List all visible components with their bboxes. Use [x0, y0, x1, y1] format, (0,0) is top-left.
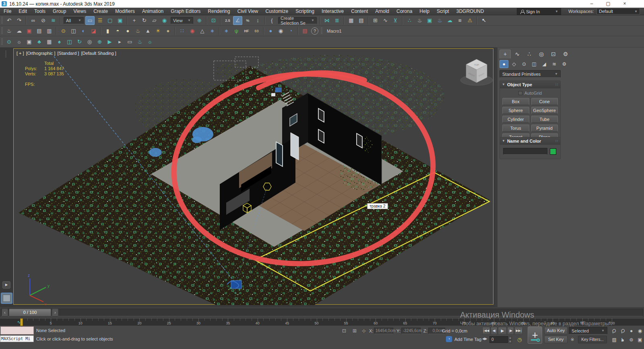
menu-animation[interactable]: Animation [138, 8, 167, 15]
reference-coordinate-system-dropdown[interactable]: View▼ [171, 17, 193, 24]
corona-teapot-light-icon[interactable]: ♨ [133, 27, 142, 35]
tab-display-icon[interactable]: ⊡ [548, 50, 559, 58]
viewport-canvas[interactable]: TOP FRONT RIGHT z y x [14, 49, 494, 305]
render-production-icon[interactable]: ♨ [435, 16, 444, 25]
corona-light-lister-icon[interactable]: ⊙ [59, 27, 68, 35]
ozone-icon[interactable]: 03 [252, 27, 261, 35]
toolbar-drag-handle[interactable] [1, 27, 3, 35]
help-icon[interactable]: ? [311, 27, 318, 35]
render-region-icon[interactable]: ◔ [286, 27, 295, 35]
object-type-cone-button[interactable]: Cone [531, 98, 558, 105]
warning-icon[interactable]: ⚠ [465, 16, 475, 25]
current-frame-field[interactable]: 0 [489, 336, 508, 343]
bind-to-space-warp-icon[interactable]: ≋ [49, 16, 58, 25]
viewport-pov-menu[interactable]: [Orthographic ] [26, 51, 56, 56]
teapot-tool-icon[interactable]: ♨ [135, 37, 144, 46]
track-bar[interactable]: ∿ 05101520253035404550556065707580859095… [0, 318, 644, 326]
forest-pack-icon[interactable]: ♣ [35, 37, 44, 46]
playblast-icon[interactable]: ▶ [105, 37, 114, 46]
go-to-start-button[interactable]: |◀◀ [482, 327, 490, 335]
select-and-rotate-icon[interactable]: ↻ [140, 16, 149, 25]
rendered-frame-window-icon[interactable]: ▣ [425, 16, 434, 25]
corona-vfb-icon[interactable]: ◪ [89, 27, 98, 35]
menu-create[interactable]: Create [90, 8, 111, 15]
key-mode-dropdown[interactable]: Selected ▼ [569, 327, 607, 334]
category-cameras-icon[interactable]: ◫ [530, 60, 539, 68]
toggle-scene-explorer-icon[interactable]: ▦ [347, 16, 356, 25]
corona-lightmix-icon[interactable]: ▤ [35, 27, 44, 35]
render-presets-icon[interactable]: ⊞ [455, 16, 464, 25]
unlink-selection-icon[interactable]: ⊘ [39, 16, 48, 25]
tab-create-icon[interactable]: + [500, 50, 511, 58]
viewport-standard-menu[interactable]: [Standard ] [58, 51, 79, 56]
category-systems-icon[interactable]: ⚙ [560, 60, 569, 68]
category-shapes-icon[interactable]: ◇ [510, 60, 518, 68]
create-light-icon[interactable]: ⊙ [4, 37, 14, 46]
toggle-ribbon-icon[interactable]: ⊞ [371, 16, 380, 25]
category-lights-icon[interactable]: ⊙ [520, 60, 528, 68]
material-ball-icon[interactable]: ● [266, 27, 275, 35]
material-picker-icon[interactable]: ◉ [276, 27, 285, 35]
object-type-rollout-header[interactable]: ▼ Object Type ∷ [500, 81, 560, 88]
ambient-light-icon[interactable]: ☼ [14, 37, 24, 46]
corona-sphere-light-icon[interactable]: ● [123, 27, 132, 35]
menu-content[interactable]: Content [347, 8, 372, 15]
corona-dome-light-icon[interactable]: ◓ [113, 27, 122, 35]
menu-interactive[interactable]: Interactive [318, 8, 347, 15]
set-keys-button[interactable]: + [528, 326, 542, 344]
time-slider-handle[interactable]: 0 / 100 [9, 309, 51, 316]
menu-help[interactable]: Help [416, 8, 433, 15]
zoom-region-icon[interactable]: ▧ [610, 336, 618, 344]
align-icon[interactable]: ≣ [332, 16, 342, 25]
target-helper-icon[interactable]: ⊕ [95, 37, 104, 46]
object-type-tube-button[interactable]: Tube [531, 116, 558, 123]
previous-frame-arrow[interactable]: ‹ [2, 309, 8, 316]
maxscript-listener-label[interactable]: MAXScript Mi [0, 335, 34, 342]
menu-scripting[interactable]: Scripting [292, 8, 318, 15]
zoom-icon[interactable]: Q [610, 327, 618, 335]
tab-modify-icon[interactable]: ∿ [512, 50, 523, 58]
pan-icon[interactable]: ☛ [619, 336, 627, 344]
y-coordinate-field[interactable]: -3245,6cm [401, 328, 421, 334]
viewport-layout-button[interactable] [1, 293, 12, 304]
menu-arnold[interactable]: Arnold [372, 8, 393, 15]
object-color-swatch[interactable] [550, 148, 556, 155]
camera-add-icon[interactable]: ▸ [115, 37, 124, 46]
set-key-filters-icon[interactable]: ※ [569, 336, 576, 343]
close-button[interactable]: × [619, 0, 631, 7]
angle-snap-toggle-icon[interactable]: ∠ [233, 16, 242, 25]
select-by-name-icon[interactable]: ☰ [95, 16, 105, 25]
hair-farm-icon[interactable]: HF [242, 27, 251, 35]
corona-proxy-icon[interactable]: ◉ [188, 27, 197, 35]
key-filters-button[interactable]: Key Filters... [578, 336, 607, 343]
render-in-cloud-icon[interactable]: ☁ [445, 16, 454, 25]
next-frame-arrow[interactable]: › [52, 309, 58, 316]
autogrid-checkbox[interactable] [518, 91, 522, 95]
forest-edit-icon[interactable]: ♠ [55, 37, 64, 46]
menu-customize[interactable]: Customize [262, 8, 292, 15]
mirror-icon[interactable]: ⋈ [322, 16, 332, 25]
window-tool-icon[interactable]: ▭ [125, 37, 134, 46]
spinner-down-icon[interactable]: ▼ [508, 340, 512, 343]
corona-sun-icon[interactable]: ☀ [153, 27, 163, 35]
bulb-tool-icon[interactable]: ☼ [145, 37, 155, 46]
primitive-category-dropdown[interactable]: Standard Primitives ▼ [500, 70, 561, 78]
viewport-layout-flyout-button[interactable]: ▶ [2, 281, 10, 289]
window-crossing-selection-icon[interactable]: ▣ [116, 16, 125, 25]
workspaces-dropdown[interactable]: Default ▼ [597, 8, 640, 15]
add-time-tag-button[interactable]: Add Time Tag [454, 337, 481, 342]
corona-sky-icon[interactable]: ☁ [14, 27, 24, 35]
frame-step-icon[interactable]: ◀▶ [482, 337, 487, 341]
category-space-warps-icon[interactable]: ≋ [550, 60, 559, 68]
corona-converter-icon[interactable]: △ [198, 27, 207, 35]
spinner-snap-toggle-icon[interactable]: ↕ [253, 16, 262, 25]
orbit-icon[interactable]: ⊚ [627, 336, 636, 344]
sign-in-button[interactable]: Sign In ▼ [517, 8, 561, 15]
named-selection-sets-dropdown[interactable]: Create Selection Se▼ [278, 17, 317, 24]
menu-modifiers[interactable]: Modifiers [111, 8, 138, 15]
menu-file[interactable]: File [0, 8, 15, 15]
grass-generator-icon[interactable]: ψ [232, 27, 241, 35]
isolate-selection-icon[interactable]: ⊡ [341, 327, 348, 334]
viewport[interactable]: TOP FRONT RIGHT z y x [ + ] [Orthographi… [13, 48, 493, 305]
render-setup-icon[interactable]: ♨ [415, 16, 424, 25]
